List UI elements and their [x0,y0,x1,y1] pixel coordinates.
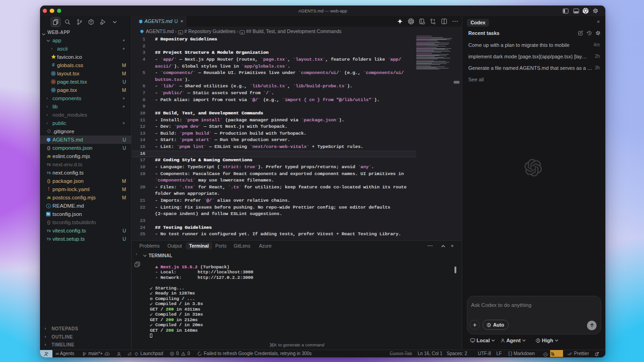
svg-text:i: i [48,204,49,207]
